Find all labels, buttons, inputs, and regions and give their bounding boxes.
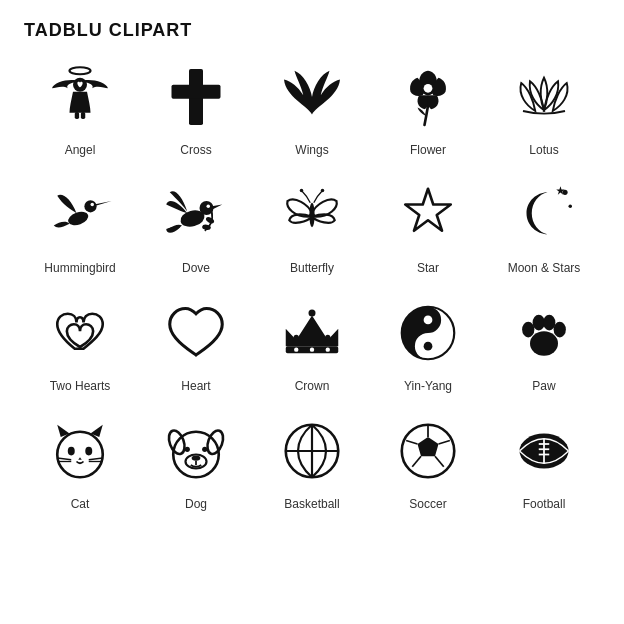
svg-point-36 [57, 432, 103, 478]
lotus-label: Lotus [529, 143, 558, 157]
list-item[interactable]: Hummingbird [24, 175, 136, 275]
svg-point-20 [569, 205, 573, 209]
svg-point-17 [300, 189, 304, 193]
svg-line-41 [89, 458, 103, 460]
svg-point-47 [202, 447, 207, 452]
flower-icon [388, 57, 468, 137]
svg-point-7 [424, 84, 433, 93]
svg-point-24 [326, 347, 330, 351]
list-item[interactable]: Cross [140, 57, 252, 157]
soccer-icon [388, 411, 468, 491]
moon-stars-icon [504, 175, 584, 255]
dog-icon [156, 411, 236, 491]
moon-stars-label: Moon & Stars [508, 261, 581, 275]
svg-point-9 [84, 200, 96, 212]
svg-rect-2 [75, 112, 79, 119]
svg-point-0 [70, 67, 91, 74]
hummingbird-icon [40, 175, 120, 255]
svg-point-49 [192, 455, 201, 460]
list-item[interactable]: Butterfly [256, 175, 368, 275]
svg-point-27 [325, 335, 330, 340]
list-item[interactable]: Dove [140, 175, 252, 275]
svg-point-26 [294, 335, 299, 340]
wings-label: Wings [295, 143, 328, 157]
svg-point-32 [522, 322, 534, 338]
page-title: TADBLU CLIPART [24, 20, 600, 41]
svg-point-23 [310, 347, 314, 351]
heart-icon [156, 293, 236, 373]
svg-point-34 [543, 315, 555, 331]
cat-label: Cat [71, 497, 90, 511]
svg-point-25 [309, 309, 316, 316]
svg-point-10 [91, 203, 95, 207]
wings-icon [272, 57, 352, 137]
list-item[interactable]: Crown [256, 293, 368, 393]
svg-point-15 [207, 205, 211, 209]
basketball-icon [272, 411, 352, 491]
list-item[interactable]: Yin-Yang [372, 293, 484, 393]
list-item[interactable]: Heart [140, 293, 252, 393]
dove-label: Dove [182, 261, 210, 275]
list-item[interactable]: Angel [24, 57, 136, 157]
svg-point-35 [554, 322, 566, 338]
svg-marker-55 [418, 437, 439, 456]
list-item[interactable]: Paw [488, 293, 600, 393]
angel-icon [40, 57, 120, 137]
list-item[interactable]: Two Hearts [24, 293, 136, 393]
list-item[interactable]: Dog [140, 411, 252, 511]
clipart-grid: Angel Cross Wings [24, 57, 600, 511]
svg-point-46 [185, 447, 190, 452]
svg-line-57 [439, 441, 450, 445]
basketball-label: Basketball [284, 497, 339, 511]
svg-point-38 [85, 447, 92, 456]
paw-icon [504, 293, 584, 373]
svg-point-31 [530, 331, 558, 356]
soccer-label: Soccer [409, 497, 446, 511]
svg-point-18 [321, 189, 325, 193]
list-item[interactable]: Soccer [372, 411, 484, 511]
flower-label: Flower [410, 143, 446, 157]
dog-label: Dog [185, 497, 207, 511]
list-item[interactable]: Star [372, 175, 484, 275]
svg-line-58 [435, 456, 444, 467]
svg-line-60 [406, 441, 417, 445]
star-icon [388, 175, 468, 255]
football-label: Football [523, 497, 566, 511]
svg-point-37 [68, 447, 75, 456]
angel-label: Angel [65, 143, 96, 157]
list-item[interactable]: Basketball [256, 411, 368, 511]
list-item[interactable]: Lotus [488, 57, 600, 157]
hummingbird-label: Hummingbird [44, 261, 115, 275]
svg-point-16 [309, 203, 314, 228]
list-item[interactable]: Wings [256, 57, 368, 157]
dove-icon [156, 175, 236, 255]
svg-point-8 [66, 209, 90, 228]
svg-line-39 [57, 458, 71, 460]
butterfly-icon [272, 175, 352, 255]
butterfly-label: Butterfly [290, 261, 334, 275]
crown-icon [272, 293, 352, 373]
crown-label: Crown [295, 379, 330, 393]
svg-line-59 [412, 456, 421, 467]
list-item[interactable]: Cat [24, 411, 136, 511]
cat-icon [40, 411, 120, 491]
svg-point-30 [424, 342, 433, 351]
yin-yang-label: Yin-Yang [404, 379, 452, 393]
yin-yang-icon [388, 293, 468, 373]
list-item[interactable]: Moon & Stars [488, 175, 600, 275]
star-label: Star [417, 261, 439, 275]
svg-rect-5 [172, 85, 221, 99]
svg-point-29 [424, 316, 433, 325]
two-hearts-label: Two Hearts [50, 379, 111, 393]
football-icon [504, 411, 584, 491]
svg-point-33 [533, 315, 545, 331]
lotus-icon [504, 57, 584, 137]
two-hearts-icon [40, 293, 120, 373]
svg-point-19 [562, 190, 567, 195]
svg-rect-3 [81, 112, 85, 119]
svg-point-22 [294, 347, 298, 351]
cross-icon [156, 57, 236, 137]
list-item[interactable]: Flower [372, 57, 484, 157]
list-item[interactable]: Football [488, 411, 600, 511]
heart-label: Heart [181, 379, 210, 393]
